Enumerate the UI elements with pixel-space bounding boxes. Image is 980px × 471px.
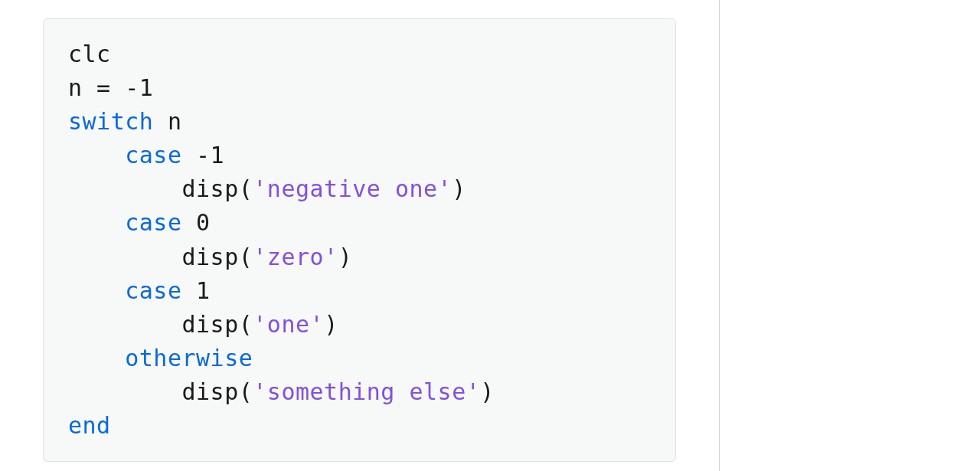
- code-token: [68, 209, 125, 236]
- code-token: 'something else': [253, 378, 480, 405]
- code-token: disp(: [68, 175, 253, 202]
- code-token: switch: [68, 108, 153, 135]
- code-token: n: [153, 108, 181, 135]
- code-token: end: [68, 412, 111, 439]
- code-token: ): [338, 244, 353, 270]
- code-token: 'negative one': [253, 175, 452, 202]
- main-container: clc n = -1 switch n case -1 disp('negati…: [0, 0, 980, 471]
- code-token: 'one': [253, 311, 324, 338]
- code-token: -1: [182, 142, 225, 168]
- code-token: case: [125, 277, 181, 304]
- code-token: n = -1: [68, 74, 153, 101]
- code-token: disp(: [68, 244, 253, 270]
- code-token: 1: [182, 277, 211, 304]
- code-token: 0: [182, 209, 211, 236]
- code-token: [68, 345, 125, 371]
- code-token: case: [125, 142, 181, 168]
- code-token: ): [480, 378, 495, 405]
- sidebar: [720, 0, 980, 471]
- code-token: disp(: [68, 311, 253, 338]
- code-token: clc: [68, 41, 111, 67]
- code-token: ): [324, 311, 338, 338]
- code-token: ): [452, 175, 466, 202]
- code-token: otherwise: [125, 345, 253, 371]
- code-token: case: [125, 209, 181, 236]
- code-token: disp(: [68, 378, 253, 405]
- code-token: [68, 277, 125, 304]
- code-token: [68, 142, 125, 168]
- content-area: clc n = -1 switch n case -1 disp('negati…: [0, 0, 720, 471]
- code-token: 'zero': [253, 244, 338, 270]
- code-block[interactable]: clc n = -1 switch n case -1 disp('negati…: [43, 18, 676, 462]
